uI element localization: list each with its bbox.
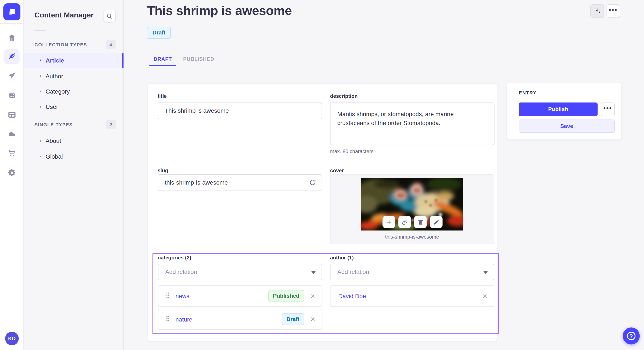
relation-row-nature: nature Draft (158, 309, 322, 330)
sidebar-item-label: Category (46, 88, 70, 95)
delete-asset-button[interactable] (414, 216, 427, 228)
categories-field-label: categories (2) (158, 255, 191, 261)
sidebar-item-article[interactable]: Article (24, 53, 124, 68)
bullet-icon (40, 156, 41, 157)
sidebar-item-category[interactable]: Category (24, 84, 124, 99)
subnav-divider (34, 30, 45, 31)
more-options-button[interactable]: ••• (606, 4, 620, 18)
cart-icon[interactable] (8, 149, 16, 157)
relation-link[interactable]: nature (176, 316, 192, 323)
remove-relation-button[interactable] (310, 293, 316, 299)
relation-row-author: David Doe (330, 285, 494, 307)
description-field-label: description (330, 93, 358, 99)
help-button[interactable]: ? (623, 328, 640, 345)
add-asset-button[interactable] (382, 216, 395, 228)
publish-button[interactable]: Publish (519, 103, 598, 116)
entry-heading: ENTRY (519, 90, 537, 95)
bullet-icon (40, 140, 41, 142)
collection-types-count: 4 (106, 40, 116, 49)
bullet-icon (40, 75, 41, 77)
relation-status-badge: Draft (282, 313, 304, 325)
chevron-down-icon (311, 271, 316, 274)
cover-actions (382, 216, 442, 228)
drag-handle-icon[interactable] (166, 315, 170, 323)
copy-link-button[interactable] (398, 216, 411, 228)
relation-link[interactable]: news (176, 293, 189, 299)
sidebar-item-author[interactable]: Author (24, 68, 124, 84)
link-icon (402, 219, 408, 225)
sidebar-item-about[interactable]: About (24, 133, 124, 149)
entry-more-button[interactable]: ••• (601, 103, 614, 116)
ellipsis-icon: ••• (609, 7, 618, 13)
sidebar-item-label: About (46, 137, 61, 144)
sidebar-item-user[interactable]: User (24, 99, 124, 114)
ellipsis-icon: ••• (603, 105, 612, 111)
layout-icon[interactable] (8, 111, 16, 119)
status-badge: Draft (147, 27, 171, 39)
select-placeholder: Add relation (337, 268, 369, 275)
close-icon (310, 293, 316, 299)
chevron-down-icon (484, 271, 488, 274)
drag-handle-icon[interactable] (166, 292, 170, 300)
categories-add-relation-select[interactable]: Add relation (158, 264, 322, 280)
refresh-icon (309, 178, 316, 186)
sidebar-item-label: Global (46, 153, 63, 160)
single-types-count: 2 (106, 120, 116, 129)
title-input[interactable]: This shrimp is awesome (158, 103, 322, 119)
media-library-icon[interactable] (8, 91, 16, 100)
search-icon (106, 13, 113, 19)
active-indicator (122, 53, 124, 68)
relation-status-badge: Published (268, 290, 304, 302)
rail-header (0, 0, 24, 24)
tab-draft[interactable]: DRAFT (149, 53, 176, 65)
user-avatar[interactable]: KD (5, 332, 19, 345)
cover-filename: this-shrimp-is-awesome (330, 234, 494, 240)
plus-icon (386, 219, 392, 225)
content-manager-icon[interactable] (4, 49, 20, 64)
sidebar-item-label: Author (46, 73, 63, 80)
save-button[interactable]: Save (519, 120, 614, 133)
relation-link[interactable]: David Doe (338, 293, 366, 299)
title-field-label: title (158, 93, 167, 99)
strapi-logo-icon (7, 7, 16, 16)
cloud-icon[interactable] (8, 130, 16, 138)
strapi-app: KD Content Manager COLLECTION TYPES 4 Ar… (0, 0, 644, 350)
pencil-icon (433, 219, 439, 225)
section-collection-types: COLLECTION TYPES (34, 40, 116, 49)
description-hint: max. 80 characters (330, 149, 374, 154)
remove-relation-button[interactable] (310, 316, 316, 322)
question-mark-icon: ? (627, 332, 636, 340)
strapi-logo[interactable] (4, 3, 20, 20)
remove-relation-button[interactable] (482, 293, 488, 299)
slug-input[interactable]: this-shrimp-is-awesome (158, 174, 322, 191)
content-manager-subnav: Content Manager COLLECTION TYPES 4 Artic… (24, 0, 124, 350)
bullet-icon (40, 91, 41, 92)
description-textarea[interactable]: Mantis shrimps, or stomatopods, are mari… (330, 103, 494, 145)
slug-field-label: slug (158, 168, 168, 174)
bullet-icon (40, 106, 41, 108)
paper-plane-icon[interactable] (8, 71, 16, 80)
close-icon (310, 316, 316, 322)
bullet-icon (40, 59, 41, 61)
sidebar-item-label: Article (46, 57, 64, 64)
home-icon[interactable] (8, 33, 16, 42)
sidebar-item-label: User (46, 103, 58, 110)
author-add-relation-select[interactable]: Add relation (330, 264, 494, 280)
cover-field-label: cover (330, 168, 344, 174)
export-button[interactable] (590, 4, 604, 18)
trash-icon (417, 219, 424, 225)
sidebar-item-global[interactable]: Global (24, 149, 124, 164)
page-title: This shrimp is awesome (147, 3, 292, 18)
regenerate-slug-button[interactable] (309, 178, 316, 188)
search-button[interactable] (103, 10, 116, 22)
tab-published[interactable]: PUBLISHED (183, 53, 210, 65)
select-placeholder: Add relation (165, 268, 197, 275)
download-icon (594, 8, 600, 14)
settings-gear-icon[interactable] (8, 169, 16, 177)
close-icon (482, 293, 488, 299)
edit-asset-button[interactable] (430, 216, 442, 228)
section-single-types: SINGLE TYPES (34, 120, 116, 129)
relation-row-news: news Published (158, 285, 322, 307)
subnav-title: Content Manager (34, 11, 94, 19)
author-field-label: author (1) (330, 255, 354, 261)
